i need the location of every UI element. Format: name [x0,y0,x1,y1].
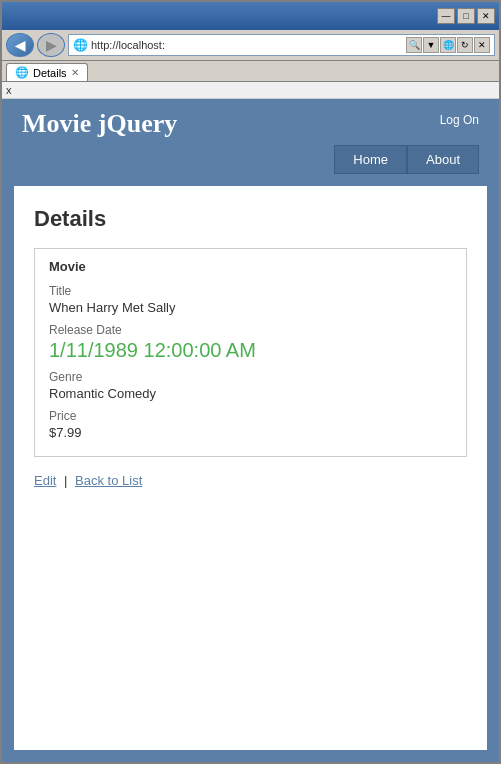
price-value: $7.99 [49,425,452,440]
tab-bar: 🌐 Details ✕ [2,61,499,82]
address-favicon-icon: 🌐 [73,38,88,52]
address-stop-icon[interactable]: ✕ [474,37,490,53]
nav-about[interactable]: About [407,145,479,174]
title-value: When Harry Met Sally [49,300,452,315]
close-button[interactable]: ✕ [477,8,495,24]
page-title: Details [34,206,467,232]
nav-home[interactable]: Home [334,145,407,174]
close-bar: x [2,82,499,99]
close-x-button[interactable]: x [6,84,12,96]
window-frame: — □ ✕ ◀ ▶ 🌐 http://localhost: 🔍 ▼ 🌐 ↻ ✕ … [0,0,501,764]
address-search-icon[interactable]: 🔍 [406,37,422,53]
title-bar-buttons: — □ ✕ [437,8,495,24]
app-title: Movie jQuery [22,109,177,139]
active-tab[interactable]: 🌐 Details ✕ [6,63,88,81]
action-separator: | [64,473,67,488]
browser-content: Movie jQuery Log On Home About Details M… [2,99,499,762]
address-bar: 🌐 http://localhost: 🔍 ▼ 🌐 ↻ ✕ [68,34,495,56]
app-header: Movie jQuery Log On Home About [2,99,499,174]
edit-link[interactable]: Edit [34,473,56,488]
maximize-button[interactable]: □ [457,8,475,24]
address-favicon2-icon: 🌐 [440,37,456,53]
main-content: Details Movie Title When Harry Met Sally… [14,186,487,750]
address-actions: 🔍 ▼ 🌐 ↻ ✕ [406,37,490,53]
address-text[interactable]: http://localhost: [91,39,403,51]
genre-value: Romantic Comedy [49,386,452,401]
tab-title: Details [33,67,67,79]
browser-toolbar: ◀ ▶ 🌐 http://localhost: 🔍 ▼ 🌐 ↻ ✕ [2,30,499,61]
app-header-top: Movie jQuery Log On [22,109,479,139]
tab-favicon-icon: 🌐 [15,66,29,79]
details-box-title: Movie [49,259,452,274]
back-to-list-link[interactable]: Back to List [75,473,142,488]
release-date-label: Release Date [49,323,452,337]
back-button[interactable]: ◀ [6,33,34,57]
tab-close-icon[interactable]: ✕ [71,67,79,78]
address-refresh-icon[interactable]: ↻ [457,37,473,53]
genre-label: Genre [49,370,452,384]
actions: Edit | Back to List [34,473,467,488]
minimize-button[interactable]: — [437,8,455,24]
title-label: Title [49,284,452,298]
release-date-value: 1/11/1989 12:00:00 AM [49,339,452,362]
nav-menu: Home About [22,145,479,174]
title-bar: — □ ✕ [2,2,499,30]
details-box: Movie Title When Harry Met Sally Release… [34,248,467,457]
address-dropdown-icon[interactable]: ▼ [423,37,439,53]
log-on-link[interactable]: Log On [440,109,479,127]
price-label: Price [49,409,452,423]
forward-button[interactable]: ▶ [37,33,65,57]
